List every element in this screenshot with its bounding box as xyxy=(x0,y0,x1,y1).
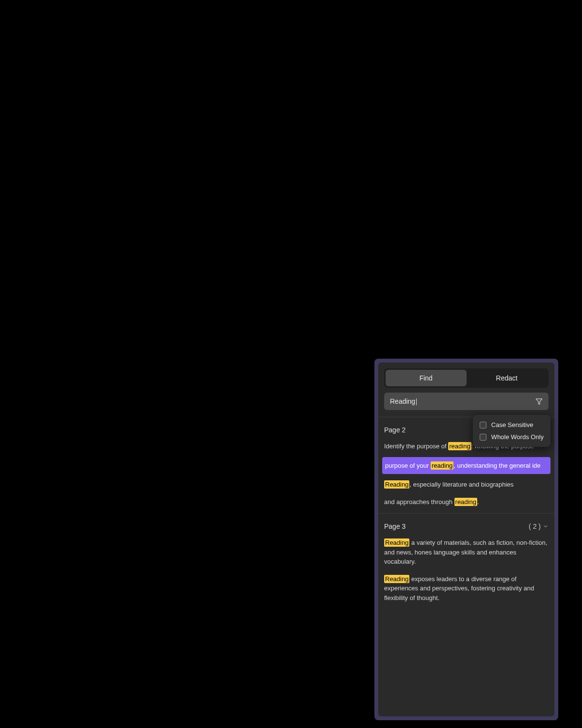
filter-case-sensitive[interactable]: Case Sensitive xyxy=(479,419,545,431)
checkbox-icon xyxy=(480,422,486,428)
search-result[interactable]: Reading a variety of materials, such as … xyxy=(384,534,549,570)
page-label: Page 2 xyxy=(384,426,405,434)
highlight: reading xyxy=(431,461,453,470)
filter-label: Case Sensitive xyxy=(491,421,534,428)
search-input[interactable]: Reading xyxy=(390,397,535,405)
checkbox-icon xyxy=(480,434,486,441)
results-page-3: Page 3 ( 2 ) Reading a variety of materi… xyxy=(384,514,549,606)
chevron-down-icon xyxy=(543,523,549,529)
page-count: ( 2 ) xyxy=(529,522,549,530)
filter-icon[interactable] xyxy=(535,398,543,405)
svg-marker-0 xyxy=(536,399,542,404)
highlight: reading xyxy=(454,498,477,506)
page-label: Page 3 xyxy=(384,522,405,530)
search-row: Reading xyxy=(384,393,549,410)
find-panel-outer: Find Redact Reading Case Sensitive Whole… xyxy=(374,359,558,720)
highlight: reading xyxy=(448,442,471,450)
highlight: Reading xyxy=(384,480,409,489)
tab-find[interactable]: Find xyxy=(386,370,467,386)
filter-whole-words[interactable]: Whole Words Only xyxy=(479,431,545,443)
search-result[interactable]: Reading exposes leaders to a diverse ran… xyxy=(384,570,549,607)
page-header[interactable]: Page 3 ( 2 ) xyxy=(384,516,549,534)
find-panel: Find Redact Reading Case Sensitive Whole… xyxy=(378,363,554,716)
filter-popup: Case Sensitive Whole Words Only xyxy=(473,415,550,447)
search-result[interactable]: and approaches through reading. xyxy=(384,493,549,511)
highlight: Reading xyxy=(384,575,409,583)
tab-redact[interactable]: Redact xyxy=(467,370,548,386)
search-result[interactable]: Reading, especially literature and biogr… xyxy=(384,476,549,493)
search-result-selected[interactable]: purpose of your reading, understanding t… xyxy=(382,457,550,475)
filter-label: Whole Words Only xyxy=(491,433,544,441)
highlight: Reading xyxy=(384,538,409,547)
tab-group: Find Redact xyxy=(384,368,549,388)
